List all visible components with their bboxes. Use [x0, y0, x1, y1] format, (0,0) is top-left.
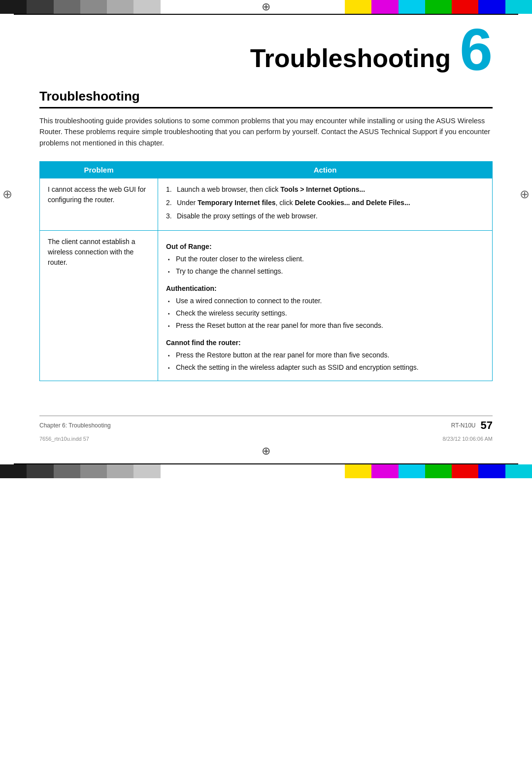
chapter-number: 6: [460, 20, 493, 79]
bullet-icon: •: [168, 364, 176, 372]
bullet-text: Press the Reset button at the rear panel…: [176, 320, 383, 331]
bullet-icon: •: [168, 352, 176, 359]
chapter-header: 6 Troubleshooting: [0, 15, 532, 79]
action-text: Disable the proxy settings of the web br…: [177, 211, 318, 221]
bullet-text: Press the Restore button at the rear pan…: [176, 350, 389, 360]
problem-cell-2: The client cannot establish a wireless c…: [40, 231, 158, 381]
print-file: 7656_rtn10u.indd 57: [39, 436, 89, 442]
action-item-1: 1. Launch a web browser, then click Tool…: [166, 184, 484, 195]
table-header-problem: Problem: [40, 162, 158, 178]
color-swatch: [399, 0, 425, 14]
color-swatch: [80, 0, 107, 14]
bottom-color-bar-left: [0, 464, 187, 478]
top-color-bar: ⊕: [0, 0, 532, 14]
subsection-out-of-range: Out of Range: • Put the router closer to…: [166, 242, 484, 277]
subsection-authentication: Authentication: • Use a wired connection…: [166, 283, 484, 331]
bullet-icon: •: [168, 256, 176, 263]
crosshair-bottom-center: ⊕: [0, 442, 532, 459]
crosshair-center-bottom: [187, 464, 345, 478]
cannot-find-bullets: • Press the Restore button at the rear p…: [168, 350, 484, 373]
footer-page-info: RT-N10U 57: [451, 419, 493, 432]
footer-product: RT-N10U: [451, 422, 476, 429]
color-swatch: [27, 0, 53, 14]
footer: Chapter 6: Troubleshooting RT-N10U 57: [0, 416, 532, 432]
bottom-color-bar-right: [345, 464, 532, 478]
bullet-item: • Check the wireless security settings.: [168, 308, 484, 318]
color-swatch: [161, 464, 187, 478]
footer-chapter-label: Chapter 6: Troubleshooting: [39, 422, 111, 429]
action-numbered-list: 1. Launch a web browser, then click Tool…: [166, 184, 484, 221]
action-text: Launch a web browser, then click Tools >…: [177, 184, 365, 195]
print-date: 8/23/12 10:06:06 AM: [442, 436, 493, 442]
color-swatch: [107, 464, 133, 478]
bullet-item: • Try to change the channel settings.: [168, 266, 484, 277]
action-num: 2.: [166, 198, 177, 208]
bullet-text: Check the setting in the wireless adapte…: [176, 362, 419, 373]
bottom-color-bar: [0, 464, 532, 478]
bullet-item: • Put the router closer to the wireless …: [168, 254, 484, 264]
crosshair-right: ⊕: [520, 187, 530, 201]
color-swatch: [80, 464, 107, 478]
color-swatch: [0, 464, 27, 478]
color-swatch: [452, 0, 478, 14]
action-num: 1.: [166, 184, 177, 195]
bullet-icon: •: [168, 298, 176, 305]
authentication-bullets: • Use a wired connection to connect to t…: [168, 296, 484, 331]
bullet-icon: •: [168, 310, 176, 317]
action-item-3: 3. Disable the proxy settings of the web…: [166, 211, 484, 221]
color-swatch: [133, 464, 160, 478]
intro-paragraph: This troubleshooting guide provides solu…: [39, 115, 493, 148]
crosshair-center-top: ⊕: [187, 0, 345, 14]
main-content: Troubleshooting This troubleshooting gui…: [0, 79, 532, 401]
subsection-cannot-find: Cannot find the router: • Press the Rest…: [166, 338, 484, 373]
bullet-item: • Check the setting in the wireless adap…: [168, 362, 484, 373]
chapter-title: Troubleshooting: [39, 30, 451, 72]
color-swatch: [54, 464, 80, 478]
problem-text-2: The client cannot establish a wireless c…: [48, 238, 135, 266]
footer-page-number: 57: [481, 419, 493, 432]
subsection-title: Out of Range:: [166, 242, 484, 252]
bullet-text: Check the wireless security settings.: [176, 308, 287, 318]
bullet-item: • Press the Reset button at the rear pan…: [168, 320, 484, 331]
subsection-title: Cannot find the router:: [166, 338, 484, 348]
action-text: Under Temporary Internet files, click De…: [177, 198, 410, 208]
color-swatch: [399, 464, 425, 478]
bullet-text: Use a wired connection to connect to the…: [176, 296, 322, 306]
bullet-text: Try to change the channel settings.: [176, 266, 283, 277]
color-swatch: [371, 0, 398, 14]
bullet-item: • Use a wired connection to connect to t…: [168, 296, 484, 306]
color-swatch: [425, 0, 452, 14]
color-swatch: [478, 0, 505, 14]
bullet-icon: •: [168, 268, 176, 276]
action-cell-2: Out of Range: • Put the router closer to…: [158, 231, 493, 381]
color-swatch: [161, 0, 187, 14]
section-heading: Troubleshooting: [39, 89, 493, 108]
crosshair-left: ⊕: [2, 187, 12, 201]
subsection-title: Authentication:: [166, 283, 484, 294]
color-swatch: [478, 464, 505, 478]
color-swatch: [345, 0, 371, 14]
bullet-item: • Press the Restore button at the rear p…: [168, 350, 484, 360]
color-swatch: [107, 0, 133, 14]
problem-cell-1: I cannot access the web GUI for configur…: [40, 178, 158, 231]
out-of-range-bullets: • Put the router closer to the wireless …: [168, 254, 484, 277]
color-swatch: [425, 464, 452, 478]
color-swatch: [452, 464, 478, 478]
color-swatch: [0, 0, 27, 14]
color-bar-right: [345, 0, 532, 14]
problem-text-1: I cannot access the web GUI for configur…: [48, 185, 146, 204]
troubleshooting-table: Problem Action I cannot access the web G…: [39, 161, 493, 381]
action-item-2: 2. Under Temporary Internet files, click…: [166, 198, 484, 208]
color-swatch: [27, 464, 53, 478]
action-cell-1: 1. Launch a web browser, then click Tool…: [158, 178, 493, 231]
color-swatch: [505, 0, 532, 14]
color-bar-left: [0, 0, 187, 14]
color-swatch: [54, 0, 80, 14]
color-swatch: [345, 464, 371, 478]
bullet-text: Put the router closer to the wireless cl…: [176, 254, 304, 264]
color-swatch: [371, 464, 398, 478]
action-num: 3.: [166, 211, 177, 221]
table-row: The client cannot establish a wireless c…: [40, 231, 493, 381]
color-swatch: [133, 0, 160, 14]
color-swatch: [505, 464, 532, 478]
